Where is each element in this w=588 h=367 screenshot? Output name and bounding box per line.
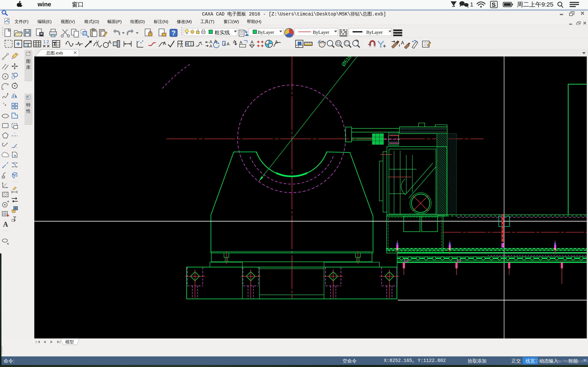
svg-text:S: S (492, 1, 496, 8)
svg-text:总图.exb: 总图.exb (46, 50, 63, 55)
svg-text:?: ? (172, 29, 176, 37)
svg-text:A: A (401, 40, 404, 45)
svg-text:特: 特 (26, 102, 31, 108)
svg-text:A: A (275, 39, 278, 44)
svg-text:A: A (108, 40, 112, 45)
svg-text:A: A (209, 39, 212, 44)
svg-text:窗口: 窗口 (72, 1, 84, 8)
svg-text:A: A (163, 41, 166, 46)
svg-text:1: 1 (43, 39, 45, 44)
svg-text:A: A (227, 42, 230, 47)
svg-text:A: A (240, 40, 242, 45)
svg-text:性: 性 (26, 108, 31, 114)
svg-text:Ø518: Ø518 (340, 57, 353, 67)
svg-text:T: T (53, 41, 57, 47)
svg-text:.1: .1 (191, 42, 195, 46)
svg-text:1: 1 (470, 1, 474, 8)
svg-text:wine: wine (37, 1, 51, 8)
svg-text:A: A (180, 43, 183, 48)
svg-text:A: A (214, 39, 217, 43)
svg-text:库: 库 (26, 65, 31, 70)
svg-text:A: A (3, 220, 8, 228)
svg-text:A: A (251, 40, 254, 45)
svg-text:模型: 模型 (65, 340, 74, 344)
svg-text:2: 2 (47, 39, 49, 44)
svg-text:A: A (209, 44, 212, 48)
svg-text:周二上午9:25: 周二上午9:25 (517, 1, 553, 8)
svg-text:图: 图 (26, 59, 31, 64)
